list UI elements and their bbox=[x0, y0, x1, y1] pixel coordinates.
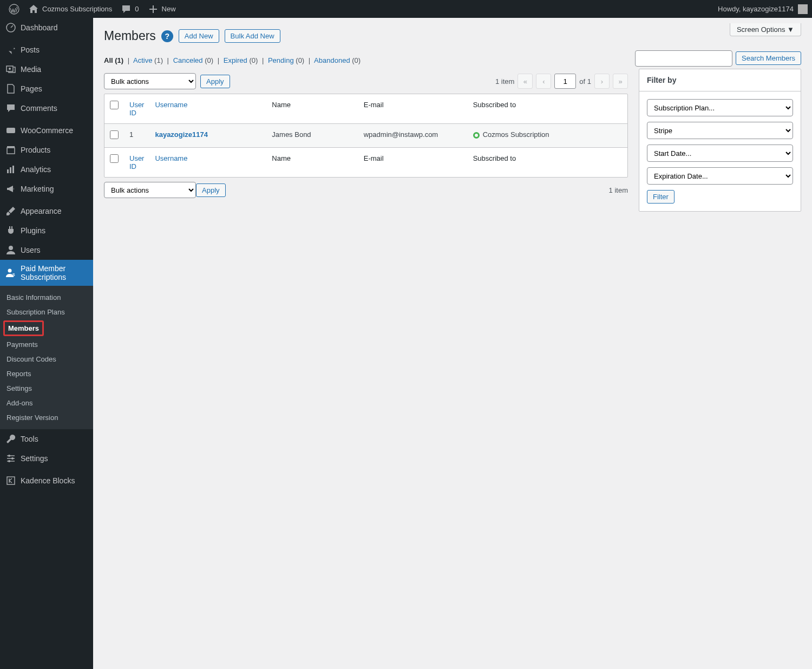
filter-abandoned[interactable]: Abandoned (0) bbox=[314, 56, 361, 64]
avatar[interactable] bbox=[798, 4, 808, 14]
menu-media[interactable]: Media bbox=[0, 60, 93, 79]
next-page-button[interactable]: › bbox=[594, 74, 610, 89]
svg-point-13 bbox=[11, 457, 14, 460]
col-user-id-foot[interactable]: User ID bbox=[124, 147, 149, 177]
bulk-actions-select-top[interactable]: Bulk actions bbox=[104, 73, 196, 89]
svg-rect-7 bbox=[10, 167, 11, 173]
svg-text:$: $ bbox=[12, 272, 15, 277]
menu-pages[interactable]: Pages bbox=[0, 79, 93, 99]
menu-plugins[interactable]: Plugins bbox=[0, 221, 93, 240]
comments-link[interactable]: 0 bbox=[116, 0, 143, 18]
menu-analytics[interactable]: Analytics bbox=[0, 160, 93, 179]
row-subscription: Cozmos Subscription bbox=[468, 124, 627, 147]
row-username-link[interactable]: kayazogize1174 bbox=[155, 130, 208, 139]
first-page-button[interactable]: « bbox=[518, 74, 533, 89]
submenu-subscription-plans[interactable]: Subscription Plans bbox=[0, 305, 93, 319]
svg-point-14 bbox=[8, 460, 10, 462]
apply-button-top[interactable]: Apply bbox=[200, 75, 230, 88]
filter-payment-gateway[interactable]: Stripe bbox=[647, 122, 793, 139]
menu-tools[interactable]: Tools bbox=[0, 429, 93, 449]
submenu-register-version[interactable]: Register Version bbox=[0, 410, 93, 425]
menu-kadence-blocks[interactable]: Kadence Blocks bbox=[0, 471, 93, 490]
woo-icon bbox=[5, 125, 16, 136]
submenu-pms: Basic Information Subscription Plans Mem… bbox=[0, 286, 93, 429]
page-icon bbox=[5, 83, 16, 94]
new-label: New bbox=[162, 5, 176, 13]
total-pages: of 1 bbox=[579, 77, 591, 86]
submenu-discount-codes[interactable]: Discount Codes bbox=[0, 352, 93, 366]
menu-comments[interactable]: Comments bbox=[0, 99, 93, 118]
col-email-foot: E-mail bbox=[358, 147, 468, 177]
filter-active[interactable]: Active (1) bbox=[133, 56, 163, 64]
menu-woocommerce[interactable]: WooCommerce bbox=[0, 121, 93, 140]
col-email: E-mail bbox=[358, 94, 468, 124]
item-count-bottom: 1 item bbox=[609, 186, 628, 194]
submenu-addons[interactable]: Add-ons bbox=[0, 396, 93, 410]
filter-expired[interactable]: Expired (0) bbox=[224, 56, 258, 64]
col-user-id[interactable]: User ID bbox=[124, 94, 149, 124]
apply-button-bottom[interactable]: Apply bbox=[196, 183, 226, 197]
wrench-icon bbox=[5, 434, 16, 444]
row-name: James Bond bbox=[266, 124, 358, 147]
menu-paid-member-subscriptions[interactable]: $ Paid Member Subscriptions bbox=[0, 260, 93, 286]
submenu-members[interactable]: Members bbox=[3, 320, 44, 336]
help-icon[interactable]: ? bbox=[161, 30, 173, 42]
svg-rect-5 bbox=[7, 146, 15, 148]
new-content-link[interactable]: New bbox=[143, 0, 180, 18]
menu-users[interactable]: Users bbox=[0, 240, 93, 260]
menu-posts[interactable]: Posts bbox=[0, 40, 93, 60]
menu-settings[interactable]: Settings bbox=[0, 449, 93, 468]
submenu-settings[interactable]: Settings bbox=[0, 381, 93, 396]
submenu-basic-information[interactable]: Basic Information bbox=[0, 290, 93, 305]
filter-expiration-date[interactable]: Expiration Date... bbox=[647, 167, 793, 185]
last-page-button[interactable]: » bbox=[613, 74, 628, 89]
svg-point-9 bbox=[9, 246, 13, 250]
wp-logo[interactable] bbox=[4, 0, 24, 18]
col-username[interactable]: Username bbox=[149, 94, 266, 124]
filter-pending[interactable]: Pending (0) bbox=[268, 56, 304, 64]
howdy-text[interactable]: Howdy, kayazogize1174 bbox=[718, 5, 794, 13]
svg-rect-3 bbox=[6, 128, 15, 133]
menu-appearance[interactable]: Appearance bbox=[0, 201, 93, 221]
filter-panel: Filter by Subscription Plan... Stripe St… bbox=[639, 69, 801, 212]
filter-subscription-plan[interactable]: Subscription Plan... bbox=[647, 99, 793, 116]
menu-products[interactable]: Products bbox=[0, 140, 93, 160]
col-username-foot[interactable]: Username bbox=[149, 147, 266, 177]
filter-all[interactable]: All (1) bbox=[104, 56, 123, 64]
col-name: Name bbox=[266, 94, 358, 124]
filter-start-date[interactable]: Start Date... bbox=[647, 145, 793, 162]
page-title: Members bbox=[104, 29, 156, 43]
add-new-button[interactable]: Add New bbox=[179, 29, 219, 43]
submenu-reports[interactable]: Reports bbox=[0, 366, 93, 381]
admin-sidebar: Dashboard Posts Media Pages Comments Woo… bbox=[0, 18, 93, 669]
select-all-bottom[interactable] bbox=[110, 154, 119, 163]
analytics-icon bbox=[5, 164, 16, 175]
submenu-payments[interactable]: Payments bbox=[0, 337, 93, 352]
svg-rect-4 bbox=[7, 148, 15, 154]
plus-icon bbox=[148, 4, 159, 15]
dashboard-icon bbox=[5, 22, 16, 33]
search-members-button[interactable]: Search Members bbox=[736, 51, 801, 65]
row-checkbox[interactable] bbox=[110, 130, 119, 139]
prev-page-button[interactable]: ‹ bbox=[536, 74, 551, 89]
table-row: 1 kayazogize1174 James Bond wpadmin@inst… bbox=[104, 124, 627, 147]
admin-bar: Cozmos Subscriptions 0 New Howdy, kayazo… bbox=[0, 0, 812, 18]
current-page-input[interactable] bbox=[554, 74, 576, 89]
search-input[interactable] bbox=[635, 50, 732, 67]
svg-point-10 bbox=[8, 269, 12, 273]
select-all-top[interactable] bbox=[110, 101, 119, 109]
svg-rect-8 bbox=[12, 166, 14, 173]
bulk-add-new-button[interactable]: Bulk Add New bbox=[225, 29, 280, 43]
bulk-actions-select-bottom[interactable]: Bulk actions bbox=[104, 182, 196, 198]
screen-options-toggle[interactable]: Screen Options ▼ bbox=[730, 23, 801, 36]
status-active-icon bbox=[473, 132, 480, 139]
col-subscribed-to-foot: Subscribed to bbox=[468, 147, 627, 177]
filter-button[interactable]: Filter bbox=[647, 190, 675, 204]
menu-marketing[interactable]: Marketing bbox=[0, 179, 93, 199]
content-area: Screen Options ▼ Members ? Add New Bulk … bbox=[93, 18, 812, 669]
filter-canceled[interactable]: Canceled (0) bbox=[173, 56, 213, 64]
site-name-link[interactable]: Cozmos Subscriptions bbox=[24, 0, 116, 18]
kadence-icon bbox=[5, 475, 16, 486]
brush-icon bbox=[5, 206, 16, 217]
menu-dashboard[interactable]: Dashboard bbox=[0, 18, 93, 37]
